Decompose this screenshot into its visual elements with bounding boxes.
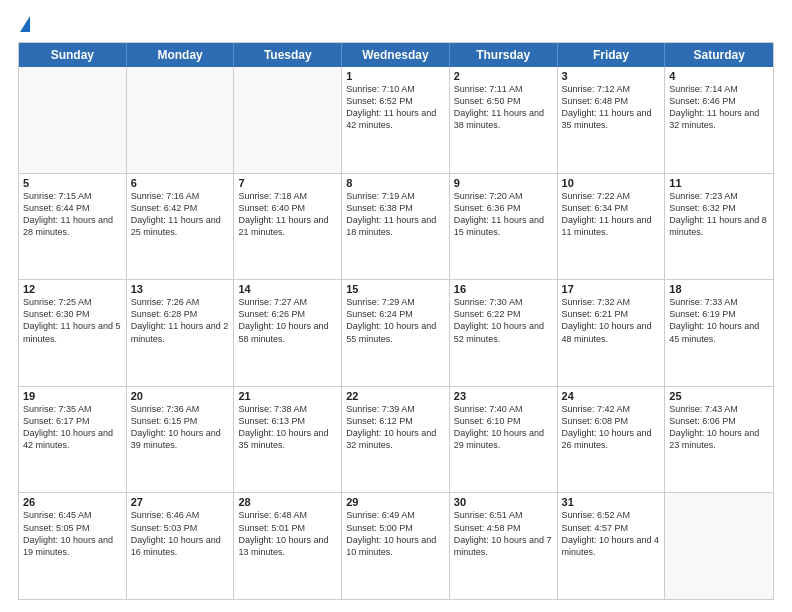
calendar-week-3: 12Sunrise: 7:25 AM Sunset: 6:30 PM Dayli… <box>19 279 773 386</box>
calendar-header-row: SundayMondayTuesdayWednesdayThursdayFrid… <box>19 43 773 67</box>
day-cell-25: 25Sunrise: 7:43 AM Sunset: 6:06 PM Dayli… <box>665 387 773 493</box>
day-cell-29: 29Sunrise: 6:49 AM Sunset: 5:00 PM Dayli… <box>342 493 450 599</box>
day-number: 16 <box>454 283 553 295</box>
day-cell-28: 28Sunrise: 6:48 AM Sunset: 5:01 PM Dayli… <box>234 493 342 599</box>
day-cell-empty <box>127 67 235 173</box>
day-cell-27: 27Sunrise: 6:46 AM Sunset: 5:03 PM Dayli… <box>127 493 235 599</box>
day-cell-12: 12Sunrise: 7:25 AM Sunset: 6:30 PM Dayli… <box>19 280 127 386</box>
calendar-week-1: 1Sunrise: 7:10 AM Sunset: 6:52 PM Daylig… <box>19 67 773 173</box>
day-info: Sunrise: 7:39 AM Sunset: 6:12 PM Dayligh… <box>346 403 445 452</box>
day-number: 20 <box>131 390 230 402</box>
header-day-saturday: Saturday <box>665 43 773 67</box>
header-day-sunday: Sunday <box>19 43 127 67</box>
day-cell-19: 19Sunrise: 7:35 AM Sunset: 6:17 PM Dayli… <box>19 387 127 493</box>
day-info: Sunrise: 6:51 AM Sunset: 4:58 PM Dayligh… <box>454 509 553 558</box>
header-day-tuesday: Tuesday <box>234 43 342 67</box>
day-info: Sunrise: 7:18 AM Sunset: 6:40 PM Dayligh… <box>238 190 337 239</box>
day-cell-empty <box>665 493 773 599</box>
calendar-page: SundayMondayTuesdayWednesdayThursdayFrid… <box>0 0 792 612</box>
day-number: 30 <box>454 496 553 508</box>
day-number: 29 <box>346 496 445 508</box>
day-number: 22 <box>346 390 445 402</box>
day-info: Sunrise: 7:16 AM Sunset: 6:42 PM Dayligh… <box>131 190 230 239</box>
day-cell-7: 7Sunrise: 7:18 AM Sunset: 6:40 PM Daylig… <box>234 174 342 280</box>
day-cell-4: 4Sunrise: 7:14 AM Sunset: 6:46 PM Daylig… <box>665 67 773 173</box>
header-day-wednesday: Wednesday <box>342 43 450 67</box>
day-info: Sunrise: 7:14 AM Sunset: 6:46 PM Dayligh… <box>669 83 769 132</box>
day-info: Sunrise: 7:36 AM Sunset: 6:15 PM Dayligh… <box>131 403 230 452</box>
day-number: 25 <box>669 390 769 402</box>
day-info: Sunrise: 7:33 AM Sunset: 6:19 PM Dayligh… <box>669 296 769 345</box>
day-cell-13: 13Sunrise: 7:26 AM Sunset: 6:28 PM Dayli… <box>127 280 235 386</box>
day-cell-5: 5Sunrise: 7:15 AM Sunset: 6:44 PM Daylig… <box>19 174 127 280</box>
day-cell-8: 8Sunrise: 7:19 AM Sunset: 6:38 PM Daylig… <box>342 174 450 280</box>
day-number: 8 <box>346 177 445 189</box>
day-cell-14: 14Sunrise: 7:27 AM Sunset: 6:26 PM Dayli… <box>234 280 342 386</box>
day-cell-10: 10Sunrise: 7:22 AM Sunset: 6:34 PM Dayli… <box>558 174 666 280</box>
day-cell-11: 11Sunrise: 7:23 AM Sunset: 6:32 PM Dayli… <box>665 174 773 280</box>
day-info: Sunrise: 7:38 AM Sunset: 6:13 PM Dayligh… <box>238 403 337 452</box>
day-number: 9 <box>454 177 553 189</box>
day-info: Sunrise: 7:23 AM Sunset: 6:32 PM Dayligh… <box>669 190 769 239</box>
day-number: 23 <box>454 390 553 402</box>
day-number: 18 <box>669 283 769 295</box>
day-info: Sunrise: 7:22 AM Sunset: 6:34 PM Dayligh… <box>562 190 661 239</box>
day-number: 28 <box>238 496 337 508</box>
day-info: Sunrise: 7:42 AM Sunset: 6:08 PM Dayligh… <box>562 403 661 452</box>
day-info: Sunrise: 7:11 AM Sunset: 6:50 PM Dayligh… <box>454 83 553 132</box>
day-number: 7 <box>238 177 337 189</box>
day-number: 4 <box>669 70 769 82</box>
day-number: 19 <box>23 390 122 402</box>
day-info: Sunrise: 7:32 AM Sunset: 6:21 PM Dayligh… <box>562 296 661 345</box>
day-cell-26: 26Sunrise: 6:45 AM Sunset: 5:05 PM Dayli… <box>19 493 127 599</box>
day-cell-20: 20Sunrise: 7:36 AM Sunset: 6:15 PM Dayli… <box>127 387 235 493</box>
calendar-body: 1Sunrise: 7:10 AM Sunset: 6:52 PM Daylig… <box>19 67 773 599</box>
day-cell-9: 9Sunrise: 7:20 AM Sunset: 6:36 PM Daylig… <box>450 174 558 280</box>
day-cell-30: 30Sunrise: 6:51 AM Sunset: 4:58 PM Dayli… <box>450 493 558 599</box>
header-day-thursday: Thursday <box>450 43 558 67</box>
logo <box>18 16 30 34</box>
day-info: Sunrise: 7:19 AM Sunset: 6:38 PM Dayligh… <box>346 190 445 239</box>
logo-triangle-icon <box>20 16 30 32</box>
day-info: Sunrise: 7:27 AM Sunset: 6:26 PM Dayligh… <box>238 296 337 345</box>
day-cell-31: 31Sunrise: 6:52 AM Sunset: 4:57 PM Dayli… <box>558 493 666 599</box>
day-number: 17 <box>562 283 661 295</box>
day-info: Sunrise: 6:45 AM Sunset: 5:05 PM Dayligh… <box>23 509 122 558</box>
day-cell-15: 15Sunrise: 7:29 AM Sunset: 6:24 PM Dayli… <box>342 280 450 386</box>
calendar-week-4: 19Sunrise: 7:35 AM Sunset: 6:17 PM Dayli… <box>19 386 773 493</box>
day-info: Sunrise: 7:15 AM Sunset: 6:44 PM Dayligh… <box>23 190 122 239</box>
day-cell-2: 2Sunrise: 7:11 AM Sunset: 6:50 PM Daylig… <box>450 67 558 173</box>
day-info: Sunrise: 7:10 AM Sunset: 6:52 PM Dayligh… <box>346 83 445 132</box>
day-cell-21: 21Sunrise: 7:38 AM Sunset: 6:13 PM Dayli… <box>234 387 342 493</box>
day-info: Sunrise: 6:48 AM Sunset: 5:01 PM Dayligh… <box>238 509 337 558</box>
day-number: 5 <box>23 177 122 189</box>
day-info: Sunrise: 7:35 AM Sunset: 6:17 PM Dayligh… <box>23 403 122 452</box>
day-number: 10 <box>562 177 661 189</box>
day-info: Sunrise: 6:46 AM Sunset: 5:03 PM Dayligh… <box>131 509 230 558</box>
day-info: Sunrise: 7:40 AM Sunset: 6:10 PM Dayligh… <box>454 403 553 452</box>
day-cell-18: 18Sunrise: 7:33 AM Sunset: 6:19 PM Dayli… <box>665 280 773 386</box>
day-info: Sunrise: 7:29 AM Sunset: 6:24 PM Dayligh… <box>346 296 445 345</box>
day-number: 15 <box>346 283 445 295</box>
header-day-monday: Monday <box>127 43 235 67</box>
day-number: 12 <box>23 283 122 295</box>
day-cell-22: 22Sunrise: 7:39 AM Sunset: 6:12 PM Dayli… <box>342 387 450 493</box>
header <box>18 16 774 34</box>
day-cell-empty <box>19 67 127 173</box>
calendar-week-2: 5Sunrise: 7:15 AM Sunset: 6:44 PM Daylig… <box>19 173 773 280</box>
day-cell-16: 16Sunrise: 7:30 AM Sunset: 6:22 PM Dayli… <box>450 280 558 386</box>
day-number: 11 <box>669 177 769 189</box>
day-number: 3 <box>562 70 661 82</box>
day-cell-3: 3Sunrise: 7:12 AM Sunset: 6:48 PM Daylig… <box>558 67 666 173</box>
day-info: Sunrise: 7:12 AM Sunset: 6:48 PM Dayligh… <box>562 83 661 132</box>
day-cell-6: 6Sunrise: 7:16 AM Sunset: 6:42 PM Daylig… <box>127 174 235 280</box>
day-number: 31 <box>562 496 661 508</box>
day-cell-empty <box>234 67 342 173</box>
day-number: 24 <box>562 390 661 402</box>
day-info: Sunrise: 6:52 AM Sunset: 4:57 PM Dayligh… <box>562 509 661 558</box>
day-cell-17: 17Sunrise: 7:32 AM Sunset: 6:21 PM Dayli… <box>558 280 666 386</box>
day-number: 27 <box>131 496 230 508</box>
day-cell-24: 24Sunrise: 7:42 AM Sunset: 6:08 PM Dayli… <box>558 387 666 493</box>
day-number: 1 <box>346 70 445 82</box>
calendar: SundayMondayTuesdayWednesdayThursdayFrid… <box>18 42 774 600</box>
